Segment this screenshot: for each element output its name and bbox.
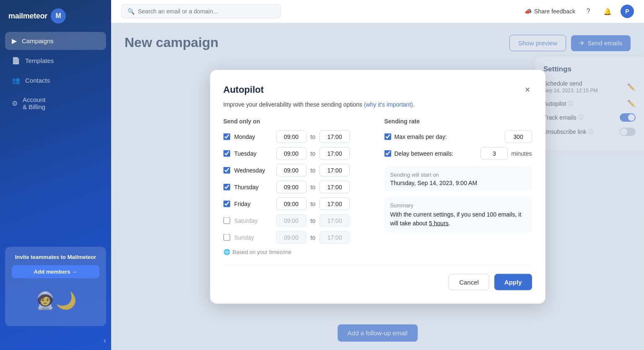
- summary-title: Summary: [390, 202, 526, 208]
- thursday-label: Thursday: [234, 183, 272, 190]
- sending-rate-section: Sending rate Max emails per day: 300 Del…: [384, 118, 532, 159]
- sidebar-collapse-button[interactable]: ‹: [0, 331, 111, 350]
- max-emails-checkbox[interactable]: [384, 133, 391, 140]
- invite-box: Invite teammates to Mailmeteor Add membe…: [5, 247, 106, 326]
- monday-label: Monday: [234, 133, 272, 140]
- sidebar-item-templates[interactable]: 📄 Templates: [5, 52, 106, 70]
- day-row-saturday: Saturday to: [223, 214, 371, 227]
- delay-input[interactable]: 3: [480, 147, 508, 159]
- friday-from-input[interactable]: [276, 197, 306, 210]
- collapse-icon: ‹: [104, 336, 106, 345]
- thursday-to-input[interactable]: [319, 180, 350, 193]
- search-input[interactable]: [138, 8, 274, 15]
- monday-to-input[interactable]: 17:00: [319, 130, 350, 143]
- summary-highlight: 5 hours: [429, 219, 449, 226]
- monday-from-input[interactable]: 09:00: [276, 130, 306, 143]
- friday-label: Friday: [234, 200, 272, 207]
- tuesday-to-input[interactable]: [319, 147, 350, 159]
- day-row-friday: Friday to: [223, 197, 371, 210]
- monday-checkbox[interactable]: [223, 133, 230, 140]
- page-content: New campaign Show preview ✈ Send emails …: [111, 23, 644, 350]
- tuesday-label: Tuesday: [234, 150, 272, 157]
- add-members-button[interactable]: Add members →: [12, 265, 99, 278]
- sidebar: mailmeteor M ▶ Campaigns 📄 Templates 👥 C…: [0, 0, 111, 350]
- modal-subtitle: Improve your deliverability with these s…: [223, 101, 532, 107]
- topbar: 🔍 📣 Share feedback ? 🔔 P: [111, 0, 644, 23]
- modal-header: Autopilot ×: [223, 83, 532, 96]
- wednesday-to-input[interactable]: [319, 164, 350, 176]
- sidebar-item-campaigns[interactable]: ▶ Campaigns: [5, 32, 106, 50]
- send-only-header: Send only on: [223, 118, 371, 124]
- saturday-label: Saturday: [234, 217, 272, 224]
- sidebar-logo: mailmeteor M: [0, 0, 111, 28]
- tuesday-to-label: to: [311, 150, 316, 157]
- wednesday-to-label: to: [311, 167, 316, 173]
- saturday-from-input[interactable]: [276, 214, 306, 227]
- timezone-note: 🌐 Based on your timezone: [223, 248, 371, 255]
- invite-illustration: 🧑‍🚀🌙: [12, 282, 99, 319]
- notifications-icon[interactable]: 🔔: [601, 5, 614, 18]
- help-icon[interactable]: ?: [582, 5, 595, 18]
- sidebar-item-contacts[interactable]: 👥 Contacts: [5, 71, 106, 89]
- minutes-label: minutes: [511, 150, 532, 157]
- sidebar-item-account-billing[interactable]: ⚙ Account& Billing: [5, 91, 106, 115]
- main-content: 🔍 📣 Share feedback ? 🔔 P New campaign Sh…: [111, 0, 644, 350]
- summary-end: .: [449, 219, 450, 226]
- sunday-to-label: to: [311, 234, 316, 240]
- delay-row: Delay between emails: 3 minutes: [384, 147, 532, 159]
- right-col: Sending rate Max emails per day: 300 Del…: [384, 118, 532, 255]
- sidebar-nav: ▶ Campaigns 📄 Templates 👥 Contacts ⚙ Acc…: [0, 28, 111, 242]
- delay-label: Delay between emails:: [395, 150, 478, 157]
- saturday-to-input[interactable]: [319, 214, 350, 227]
- templates-icon: 📄: [12, 57, 20, 65]
- app-name: mailmeteor: [8, 12, 47, 21]
- summary-body-text: With the current settings, if you send 1…: [390, 211, 522, 226]
- user-avatar[interactable]: P: [621, 5, 634, 18]
- topbar-actions: 📣 Share feedback ? 🔔 P: [525, 5, 634, 18]
- summary-section: Summary With the current settings, if yo…: [384, 197, 532, 232]
- sunday-to-input[interactable]: [319, 231, 350, 243]
- megaphone-icon: 📣: [525, 8, 532, 15]
- cancel-button[interactable]: Cancel: [449, 274, 489, 290]
- friday-to-input[interactable]: [319, 197, 350, 210]
- sunday-label: Sunday: [234, 234, 272, 240]
- apply-button[interactable]: Apply: [494, 274, 532, 290]
- sidebar-item-label-campaigns: Campaigns: [22, 37, 54, 44]
- max-emails-label: Max emails per day:: [395, 133, 501, 140]
- timezone-note-text: Based on your timezone: [233, 248, 291, 255]
- sending-start-section: Sending will start on Thursday, Sep 14, …: [384, 166, 532, 191]
- thursday-to-label: to: [311, 183, 316, 190]
- wednesday-from-input[interactable]: [276, 164, 306, 176]
- delay-checkbox[interactable]: [384, 150, 391, 157]
- friday-checkbox[interactable]: [223, 200, 230, 207]
- saturday-to-label: to: [311, 217, 316, 224]
- max-emails-row: Max emails per day: 300: [384, 130, 532, 143]
- sidebar-item-label-templates: Templates: [25, 57, 54, 64]
- summary-text: With the current settings, if you send 1…: [390, 210, 526, 227]
- campaigns-icon: ▶: [12, 37, 17, 45]
- day-row-wednesday: Wednesday to: [223, 164, 371, 176]
- monday-to-label: to: [311, 133, 316, 140]
- tuesday-checkbox[interactable]: [223, 150, 230, 157]
- wednesday-checkbox[interactable]: [223, 167, 230, 173]
- send-only-section: Send only on Monday 09:00 to 17:00 Tuesd…: [223, 118, 371, 255]
- day-row-tuesday: Tuesday to: [223, 147, 371, 159]
- day-row-sunday: Sunday to: [223, 231, 371, 243]
- app-logo-icon: M: [51, 8, 66, 24]
- share-feedback-label: Share feedback: [534, 8, 575, 15]
- tuesday-from-input[interactable]: [276, 147, 306, 159]
- max-emails-input[interactable]: 300: [505, 130, 532, 143]
- day-row-monday: Monday 09:00 to 17:00: [223, 130, 371, 143]
- modal-subtitle-link[interactable]: (why it's important): [364, 101, 413, 107]
- saturday-checkbox[interactable]: [223, 217, 230, 224]
- search-box[interactable]: 🔍: [121, 4, 280, 18]
- thursday-from-input[interactable]: [276, 180, 306, 193]
- day-row-thursday: Thursday to: [223, 180, 371, 193]
- sunday-checkbox[interactable]: [223, 234, 230, 240]
- thursday-checkbox[interactable]: [223, 183, 230, 190]
- sunday-from-input[interactable]: [276, 231, 306, 243]
- share-feedback-button[interactable]: 📣 Share feedback: [525, 8, 575, 15]
- sending-start-title: Sending will start on: [390, 171, 526, 178]
- sidebar-item-label-contacts: Contacts: [25, 77, 50, 84]
- modal-close-button[interactable]: ×: [523, 83, 532, 96]
